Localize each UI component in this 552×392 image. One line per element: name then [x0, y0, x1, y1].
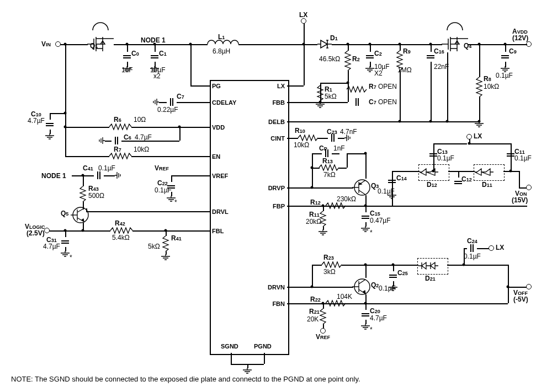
cap-c12 [454, 178, 462, 187]
label-r6: R6 [114, 116, 121, 123]
label-r22: R22 [310, 296, 321, 303]
mult-c1: x2 [153, 72, 161, 80]
pin-cint: CINT [264, 135, 285, 142]
pin-drvn: DRVN [262, 284, 285, 291]
res-r42 [110, 227, 132, 234]
label-c6: C6 [124, 133, 131, 141]
res-r43 [79, 186, 87, 202]
label-r2: R2 [352, 55, 360, 63]
val-r23: 3kΩ [323, 268, 336, 276]
cap-c25 [389, 271, 397, 281]
label-r10: R10 [295, 127, 305, 135]
gnd-c6 [97, 137, 105, 145]
pin-fbl: FBL [212, 228, 234, 234]
circuit-schematic: PG CDELAY VDD EN VREF DRVL FBL LX FBB DE… [11, 11, 541, 381]
label-r42: R42 [115, 219, 125, 227]
label-d21: D21 [425, 275, 436, 282]
label-c0: C0 [131, 50, 139, 57]
res-r2 [344, 51, 352, 71]
cap-c9 [501, 52, 509, 62]
pin-pg: PG [212, 83, 234, 89]
label-l1: L1 [218, 33, 225, 41]
label-c14: C14 [396, 174, 407, 182]
val-r8: 10kΩ [484, 83, 499, 90]
val-r13: 7kΩ [323, 171, 336, 179]
note-text: NOTE: The SGND should be connected to th… [11, 375, 360, 383]
val-c11: 0.1µF [514, 154, 532, 162]
label-c24: C24 [467, 237, 477, 245]
label-r9: R9 [403, 47, 411, 55]
val-c0: 1nF [121, 66, 133, 74]
val-r1: 5kΩ [325, 93, 337, 100]
gnd-r11 [319, 229, 327, 236]
val-r41: 5kΩ [148, 243, 160, 250]
val-l1: 6.8µH [213, 47, 230, 55]
label-r7: R7 [114, 146, 121, 153]
label-node1-left: NODE 1 [41, 172, 66, 180]
pin-vref: VREF [212, 173, 234, 179]
val-c22: 0.1µF [155, 186, 172, 194]
res-r1 [316, 85, 324, 101]
label-d1: D1 [330, 34, 338, 42]
val-r6: 10Ω [134, 116, 146, 123]
pin-cdelay: CDELAY [212, 99, 245, 106]
gnd-c31 [61, 251, 70, 257]
val-c24: 0.1µF [464, 253, 481, 260]
label-q2: Q2 [371, 281, 379, 289]
cap-c7 [167, 98, 177, 106]
pin-pgnd: PGND [254, 343, 272, 350]
label-von-val: (15V) [512, 196, 528, 204]
diodes-d21-svg [418, 260, 446, 271]
label-q1: Q1 [90, 42, 98, 50]
star-c15: * [370, 229, 373, 237]
gnd-main [243, 368, 252, 374]
label-d12: D12 [427, 181, 437, 189]
label-lx-top: LX [299, 11, 307, 19]
pin-drvl: DRVL [212, 208, 234, 215]
terminal-lx-mid2 [489, 245, 494, 251]
gnd-c20 [361, 324, 370, 330]
cap-c0 [123, 52, 131, 62]
star-c22: * [174, 198, 177, 206]
res-r10 [298, 134, 318, 142]
label-lx-mid2: LX [496, 244, 504, 251]
label-vin: VIN [41, 40, 51, 48]
gnd-c2 [365, 66, 374, 73]
bjt-q2 [352, 276, 372, 298]
label-vref-bot: VREF [316, 333, 330, 341]
gnd-r8 [475, 121, 484, 128]
pin-drvp: DRVP [262, 185, 285, 191]
gnd-r41 [161, 254, 170, 261]
label-q5: Q5 [61, 210, 68, 217]
res-r12 [326, 202, 346, 210]
label-q4: Q4 [464, 42, 471, 50]
val-c23: 4.7nF [340, 128, 357, 136]
label-lx-mid: LX [474, 132, 482, 140]
val-r21: 20K [307, 315, 319, 323]
res-r41 [162, 236, 169, 251]
pin-fbn: FBN [265, 300, 285, 307]
val-r10: 10kΩ [294, 141, 309, 149]
label-r7open: R7 OPEN [369, 83, 397, 90]
res-r21 [319, 309, 327, 324]
gnd-c41 [115, 172, 123, 180]
label-c25: C25 [397, 269, 408, 277]
star-c20: * [370, 326, 373, 334]
label-r43: R43 [88, 185, 99, 192]
cap-c2 [366, 52, 374, 62]
bjt-q5 [71, 205, 91, 225]
gnd-c15 [361, 226, 370, 233]
cap-c10 [46, 120, 54, 130]
label-c15: C15 [370, 210, 380, 217]
val-c20: 4.7µF [370, 314, 387, 322]
label-cp: CP [319, 144, 327, 152]
gnd-c14 [388, 193, 396, 200]
val-c41: 0.1µF [98, 164, 115, 172]
label-r23: R23 [323, 254, 334, 261]
cap-c1 [151, 52, 158, 62]
pin-vdd: VDD [212, 124, 234, 131]
val-c25: 0.1µF [379, 284, 396, 292]
cap-c14 [388, 176, 396, 186]
val-r11: 20kΩ [306, 218, 321, 225]
label-c23: C23 [327, 128, 337, 136]
